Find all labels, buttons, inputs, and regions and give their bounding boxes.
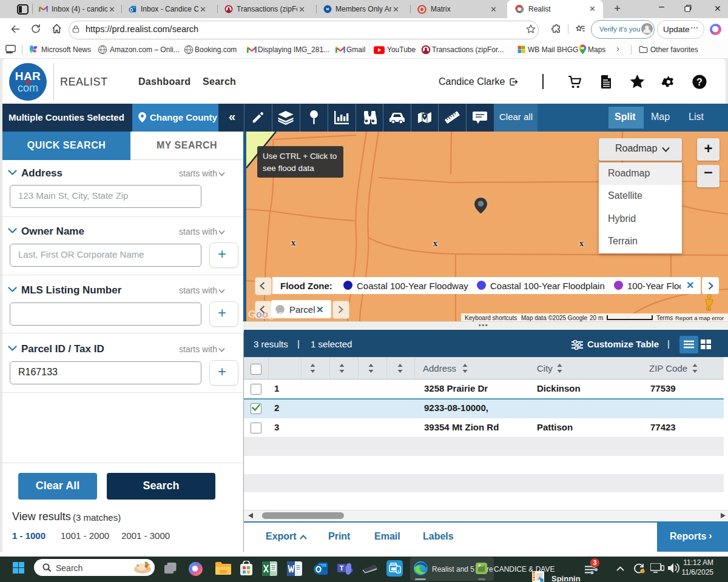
svg-text:T: T xyxy=(340,564,344,572)
svg-text:M: M xyxy=(326,7,329,11)
svg-text:?: ? xyxy=(696,77,703,87)
